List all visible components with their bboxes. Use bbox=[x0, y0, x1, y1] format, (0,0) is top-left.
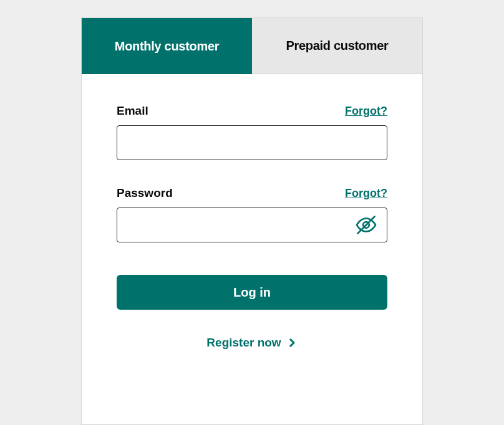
register-now-label: Register now bbox=[206, 336, 281, 350]
email-field-group: Email Forgot? bbox=[117, 104, 387, 160]
login-card: Monthly customer Prepaid customer Email … bbox=[81, 17, 423, 425]
toggle-password-visibility-icon[interactable] bbox=[355, 214, 377, 236]
password-label: Password bbox=[117, 186, 173, 200]
password-input-wrap bbox=[117, 208, 387, 242]
forgot-password-link[interactable]: Forgot? bbox=[345, 187, 387, 200]
email-label-row: Email Forgot? bbox=[117, 104, 387, 118]
password-label-row: Password Forgot? bbox=[117, 186, 387, 200]
email-input-wrap bbox=[117, 125, 387, 160]
password-field-group: Password Forgot? bbox=[117, 186, 387, 242]
chevron-right-icon bbox=[286, 337, 298, 348]
forgot-email-link[interactable]: Forgot? bbox=[345, 105, 387, 118]
email-input[interactable] bbox=[117, 125, 387, 160]
login-form: Email Forgot? Password Forgot? bbox=[82, 74, 422, 375]
password-input[interactable] bbox=[117, 208, 387, 242]
tab-monthly-customer[interactable]: Monthly customer bbox=[82, 18, 252, 74]
register-now-link[interactable]: Register now bbox=[117, 336, 387, 350]
email-label: Email bbox=[117, 104, 148, 118]
tab-prepaid-customer[interactable]: Prepaid customer bbox=[252, 18, 422, 74]
customer-type-tabs: Monthly customer Prepaid customer bbox=[82, 18, 422, 74]
login-button[interactable]: Log in bbox=[117, 275, 387, 310]
